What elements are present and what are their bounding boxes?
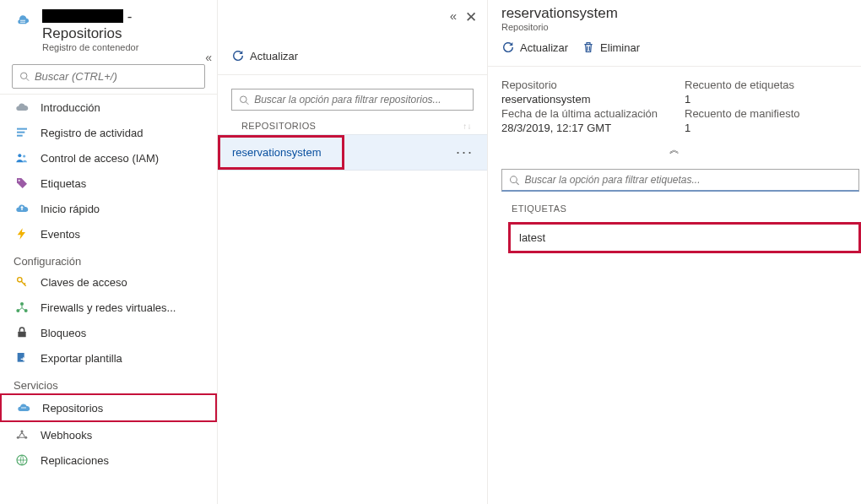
key-icon: [15, 275, 29, 289]
prop-label-updated: Fecha de la última actualización: [501, 107, 664, 120]
svg-point-6: [20, 73, 26, 79]
prop-label-repo: Repositorio: [501, 79, 664, 91]
search-icon: [509, 175, 519, 186]
svg-rect-4: [22, 22, 23, 23]
search-icon: [19, 71, 30, 82]
collapse-properties-icon[interactable]: ︽: [488, 141, 861, 162]
svg-rect-0: [20, 20, 21, 21]
svg-point-17: [24, 309, 28, 312]
sidebar-search[interactable]: [12, 64, 205, 89]
svg-point-27: [241, 95, 247, 102]
lock-icon: [15, 326, 29, 339]
container-registry-icon: [12, 12, 34, 30]
sidebar-section-config: Configuración: [0, 247, 217, 269]
lightning-icon: [15, 227, 29, 241]
svg-point-29: [511, 176, 517, 182]
sidebar-item-tags[interactable]: Etiquetas: [0, 171, 217, 196]
collapse-sidebar-icon[interactable]: «: [205, 51, 212, 64]
export-icon: [15, 351, 29, 365]
tag-filter-input[interactable]: [524, 174, 852, 186]
sidebar-item-events[interactable]: Eventos: [0, 221, 217, 247]
svg-rect-3: [20, 22, 21, 23]
svg-point-14: [18, 278, 22, 282]
svg-rect-10: [17, 135, 23, 137]
delete-button[interactable]: Eliminar: [582, 41, 640, 54]
detail-properties: Repositorio Recuento de etiquetas reserv…: [488, 67, 861, 141]
sidebar-item-label: Exportar plantilla: [41, 352, 122, 365]
sidebar-item-label: Repositorios: [42, 402, 103, 415]
repositories-panel: « ✕ Actualizar REPOSITORIOS ↑↓ reservati…: [218, 0, 488, 504]
svg-point-12: [23, 154, 25, 157]
refresh-button[interactable]: Actualizar: [501, 41, 568, 54]
repository-detail-panel: reservationsystem Repositorio Actualizar…: [488, 0, 861, 504]
repo-row[interactable]: reservationsystem ···: [218, 134, 487, 171]
repo-name[interactable]: reservationsystem: [218, 135, 344, 170]
cloud-icon: [15, 100, 29, 114]
svg-point-16: [16, 309, 19, 312]
detail-title: reservationsystem: [501, 5, 847, 22]
refresh-button[interactable]: Actualizar: [231, 49, 298, 62]
tag-name: latest: [519, 231, 545, 244]
prop-value-repo: reservationsystem: [501, 93, 664, 106]
svg-line-7: [26, 79, 29, 81]
sidebar-item-export-template[interactable]: Exportar plantilla: [0, 345, 217, 371]
sidebar-item-firewalls[interactable]: Firewalls y redes virtuales...: [0, 295, 217, 320]
repo-filter-input[interactable]: [254, 94, 466, 106]
sidebar-item-label: Claves de acceso: [41, 276, 127, 289]
sidebar-item-label: Bloqueos: [41, 327, 86, 339]
sidebar-search-input[interactable]: [35, 70, 198, 83]
sidebar: - Repositorios Registro de contenedor « …: [0, 0, 218, 504]
svg-rect-9: [17, 132, 24, 133]
sidebar-item-repositories[interactable]: Repositorios: [0, 393, 217, 422]
svg-rect-8: [17, 128, 27, 130]
prop-value-manifest: 1: [685, 122, 847, 134]
people-icon: [15, 151, 29, 165]
page-subtitle: Registro de contenedor: [42, 42, 205, 52]
repositories-toolbar: Actualizar: [218, 42, 487, 75]
sidebar-item-label: Firewalls y redes virtuales...: [41, 301, 176, 314]
refresh-label: Actualizar: [520, 41, 568, 54]
tag-row[interactable]: latest: [508, 222, 861, 253]
detail-toolbar: Actualizar Eliminar: [488, 34, 861, 67]
svg-point-13: [19, 180, 20, 182]
close-icon[interactable]: ✕: [465, 8, 477, 26]
activity-log-icon: [15, 126, 29, 139]
svg-point-23: [20, 430, 23, 432]
repo-filter[interactable]: [231, 89, 474, 111]
sidebar-item-access-keys[interactable]: Claves de acceso: [0, 269, 217, 295]
cloud-up-icon: [15, 202, 29, 215]
sort-icon[interactable]: ↑↓: [463, 122, 472, 131]
sidebar-item-iam[interactable]: Control de acceso (IAM): [0, 145, 217, 171]
redacted-name: [42, 9, 123, 23]
sidebar-item-locks[interactable]: Bloqueos: [0, 320, 217, 345]
sidebar-item-overview[interactable]: Introducción: [0, 95, 217, 120]
trash-icon: [582, 41, 595, 54]
svg-line-30: [517, 182, 519, 184]
svg-rect-21: [23, 407, 24, 408]
sidebar-item-label: Eventos: [41, 228, 80, 241]
sidebar-scroll[interactable]: Introducción Registro de actividad Contr…: [0, 94, 217, 504]
svg-line-28: [246, 101, 248, 104]
globe-icon: [15, 453, 29, 467]
sidebar-item-label: Registro de actividad: [41, 127, 143, 139]
repo-column-header[interactable]: REPOSITORIOS ↑↓: [218, 119, 487, 134]
refresh-label: Actualizar: [250, 50, 298, 62]
sidebar-item-label: Webhooks: [41, 429, 92, 442]
network-icon: [15, 301, 29, 314]
row-more-icon[interactable]: ···: [442, 144, 487, 161]
sidebar-item-label: Etiquetas: [41, 177, 86, 190]
svg-point-15: [20, 302, 24, 306]
sidebar-item-webhooks[interactable]: Webhooks: [0, 422, 217, 447]
tag-icon: [15, 176, 29, 190]
tag-filter[interactable]: [501, 169, 859, 192]
svg-rect-2: [24, 20, 24, 21]
sidebar-section-services: Servicios: [0, 371, 217, 393]
sidebar-item-quickstart[interactable]: Inicio rápido: [0, 196, 217, 221]
sidebar-item-label: Replicaciones: [41, 454, 109, 467]
tags-column-header: ETIQUETAS: [488, 198, 861, 217]
sidebar-item-activity-log[interactable]: Registro de actividad: [0, 120, 217, 145]
collapse-panel-icon[interactable]: «: [450, 8, 457, 23]
sidebar-item-replications[interactable]: Replicaciones: [0, 447, 217, 473]
svg-rect-5: [24, 22, 24, 23]
sidebar-item-label: Control de acceso (IAM): [41, 152, 159, 165]
